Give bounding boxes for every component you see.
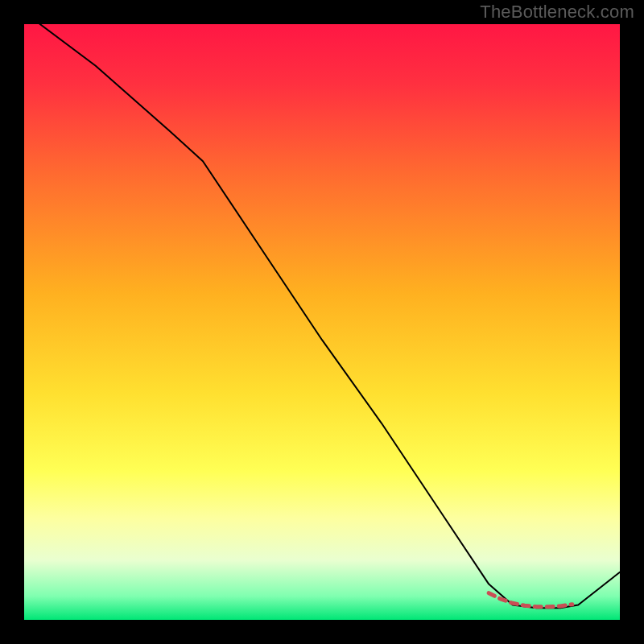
chart-background — [24, 24, 620, 620]
watermark-label: TheBottleneck.com — [480, 2, 634, 23]
plot-area — [24, 24, 620, 620]
chart-svg — [24, 24, 620, 620]
chart-frame: TheBottleneck.com — [0, 0, 644, 644]
